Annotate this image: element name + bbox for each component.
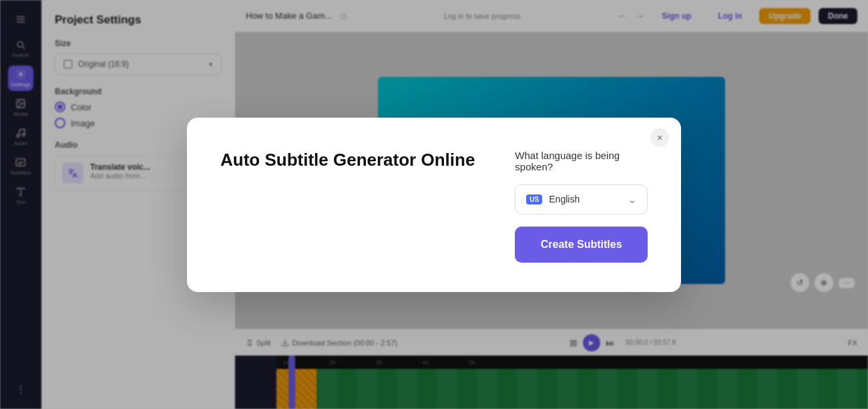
modal-close-button[interactable]: × — [650, 128, 669, 147]
chevron-down-icon: ⌄ — [628, 193, 636, 206]
language-name: English — [549, 194, 621, 204]
modal-overlay: × Auto Subtitle Generator Online What la… — [0, 0, 868, 409]
modal-title: Auto Subtitle Generator Online — [220, 150, 475, 170]
modal-right: What language is being spoken? US Englis… — [515, 150, 648, 263]
language-badge: US — [526, 194, 542, 204]
language-select[interactable]: US English ⌄ — [515, 184, 648, 215]
modal-question: What language is being spoken? — [515, 150, 648, 172]
modal: × Auto Subtitle Generator Online What la… — [187, 118, 681, 292]
create-subtitles-button[interactable]: Create Subtitles — [515, 227, 648, 263]
